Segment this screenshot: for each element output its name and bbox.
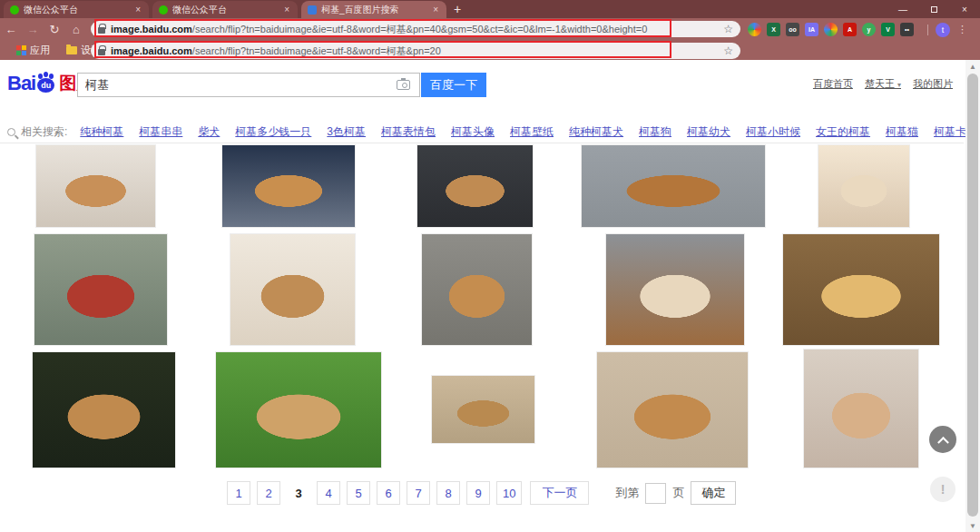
v-green-icon[interactable]: V (881, 23, 895, 36)
tab-wechat-2[interactable]: 微信公众平台 × (152, 1, 298, 18)
related-link[interactable]: 柯基小时候 (746, 124, 800, 140)
related-link[interactable]: 柯基狗 (639, 124, 671, 140)
new-tab-button[interactable]: + (454, 1, 461, 18)
wechat-favicon (10, 5, 19, 15)
related-link[interactable]: 女王的柯基 (816, 124, 870, 140)
related-link[interactable]: 柯基猫 (886, 124, 918, 140)
scrollbar-down-icon[interactable]: ▼ (965, 519, 980, 532)
baidu-search-button[interactable]: 百度一下 (421, 73, 486, 97)
feedback-button[interactable]: ! (930, 477, 956, 502)
confirm-button[interactable]: 确定 (691, 481, 736, 505)
scroll-to-top-button[interactable] (929, 426, 956, 453)
link-my-images[interactable]: 我的图片 (913, 77, 953, 91)
maximize-button[interactable] (918, 0, 949, 18)
image-result[interactable] (36, 145, 155, 227)
related-links: 纯种柯基柯基串串柴犬柯基多少钱一只3色柯基柯基表情包柯基头像柯基壁纸纯种柯基犬柯… (80, 124, 977, 140)
bookmark-star-icon[interactable]: ☆ (723, 44, 733, 57)
jump-suffix-label: 页 (672, 485, 684, 501)
image-result[interactable] (432, 376, 534, 443)
minimize-button[interactable]: — (887, 0, 918, 18)
related-link[interactable]: 柯基多少钱一只 (235, 124, 311, 140)
tab-close-icon[interactable]: × (282, 5, 291, 15)
related-link[interactable]: 柯基壁纸 (510, 124, 554, 140)
scrollbar-thumb[interactable] (967, 74, 978, 517)
related-link[interactable]: 柯基头像 (451, 124, 495, 140)
image-search-box (77, 73, 420, 97)
image-result[interactable] (216, 352, 381, 468)
image-result[interactable] (34, 234, 167, 345)
bookmark-apps[interactable]: 应用 (16, 44, 50, 57)
chrome-colored-icon[interactable] (824, 23, 838, 36)
back-icon[interactable]: ← (0, 23, 22, 36)
link-baidu-home[interactable]: 百度首页 (813, 77, 853, 91)
related-link[interactable]: 柯基串串 (139, 124, 182, 140)
image-result[interactable] (606, 234, 744, 345)
scrollbar-up-icon[interactable]: ▲ (965, 60, 980, 73)
page-button[interactable]: 2 (257, 481, 280, 505)
tab-close-icon[interactable]: × (431, 5, 440, 15)
page-number-input[interactable] (645, 483, 666, 504)
page-button[interactable]: 9 (466, 481, 490, 505)
image-result[interactable] (804, 350, 918, 468)
page-button[interactable]: 1 (227, 481, 250, 505)
page-button[interactable]: 8 (436, 481, 460, 505)
home-icon[interactable]: ⌂ (65, 23, 87, 36)
image-result[interactable] (222, 145, 355, 227)
google-pinwheel-icon[interactable] (748, 23, 761, 36)
browser-menu-icon[interactable]: ⋮ (957, 24, 967, 35)
image-result[interactable] (230, 234, 355, 345)
related-link[interactable]: 柯基幼犬 (687, 124, 730, 140)
wechat-favicon (159, 5, 168, 15)
related-link[interactable]: 柯基表情包 (381, 124, 436, 140)
bookmark-star-icon[interactable]: ☆ (723, 23, 733, 35)
secondary-address-bar[interactable]: image.baidu.com/search/flip?tn=baiduimag… (91, 43, 740, 59)
image-result[interactable] (582, 145, 765, 227)
extensions: XooIAAyV•• (748, 22, 914, 37)
tab-baidu-images-active[interactable]: 柯基_百度图片搜索 × (301, 1, 446, 18)
url-text[interactable]: image.baidu.com/search/flip?tn=baiduimag… (111, 23, 718, 36)
y-green-icon[interactable]: y (862, 23, 876, 36)
page-button[interactable]: 6 (377, 481, 400, 505)
chevron-down-icon: ▾ (897, 81, 901, 89)
image-result[interactable] (597, 352, 748, 468)
page-button[interactable]: 5 (347, 481, 370, 505)
page-button[interactable]: 10 (496, 481, 522, 505)
ia-icon[interactable]: IA (805, 23, 818, 36)
lock-icon[interactable] (98, 27, 105, 34)
toolbar-separator (927, 25, 928, 35)
related-link[interactable]: 纯种柯基犬 (569, 124, 623, 140)
image-result[interactable] (783, 234, 939, 345)
tampermonkey-icon[interactable]: •• (900, 23, 914, 36)
image-result[interactable] (33, 352, 175, 468)
profile-avatar[interactable]: t (936, 23, 950, 37)
camera-search-icon[interactable] (397, 80, 410, 90)
pagination: 12345678910 下一页 到第 页 确定 (227, 481, 736, 505)
logo-bai: Bai (7, 72, 35, 95)
page-scrollbar[interactable]: ▲ ▼ (965, 60, 980, 532)
close-button[interactable]: × (949, 0, 980, 18)
address-bar[interactable]: image.baidu.com/search/flip?tn=baiduimag… (91, 21, 740, 37)
forward-icon[interactable]: → (22, 23, 44, 36)
excel-icon[interactable]: X (767, 23, 780, 36)
page-button[interactable]: 4 (317, 481, 340, 505)
adobe-pdf-icon[interactable]: A (843, 23, 857, 36)
url-text[interactable]: image.baidu.com/search/flip?tn=baiduimag… (111, 44, 718, 58)
link-user-menu[interactable]: 楚天王 ▾ (865, 77, 901, 91)
related-link[interactable]: 3色柯基 (327, 124, 366, 140)
lock-icon[interactable] (98, 49, 105, 55)
reload-icon[interactable]: ↻ (44, 23, 65, 36)
related-link[interactable]: 纯种柯基 (80, 124, 123, 140)
tab-title: 微信公众平台 (24, 4, 129, 16)
next-page-button[interactable]: 下一页 (530, 481, 589, 505)
image-result[interactable] (422, 234, 532, 345)
related-link[interactable]: 柴犬 (198, 124, 220, 140)
search-input[interactable] (78, 78, 397, 92)
page-jump: 到第 页 确定 (615, 481, 736, 505)
page-button[interactable]: 7 (407, 481, 430, 505)
window-controls: — × (887, 0, 980, 18)
image-result[interactable] (818, 145, 909, 227)
image-result[interactable] (417, 145, 533, 227)
tab-wechat-1[interactable]: 微信公众平台 × (4, 1, 149, 18)
tab-close-icon[interactable]: × (133, 5, 142, 15)
glasses-icon[interactable]: oo (786, 23, 799, 36)
